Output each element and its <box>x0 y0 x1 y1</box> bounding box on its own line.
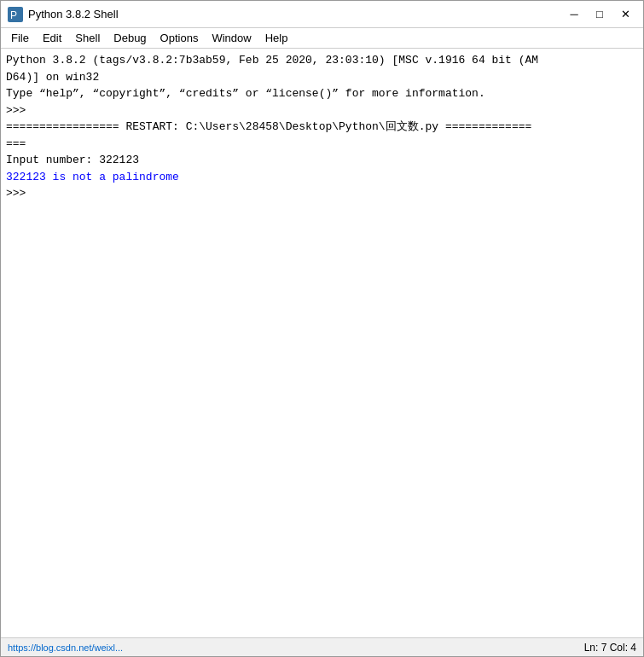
menu-options[interactable]: Options <box>154 30 206 46</box>
menu-help[interactable]: Help <box>258 30 295 46</box>
python-shell-window: P Python 3.8.2 Shell ─ □ ✕ File Edit She… <box>0 0 644 657</box>
status-link: https://blog.csdn.net/weixl... <box>8 642 123 653</box>
menu-debug[interactable]: Debug <box>107 30 153 46</box>
shell-line-2: D64)] on win32 <box>6 69 638 86</box>
window-title: Python 3.8.2 Shell <box>28 8 563 20</box>
svg-text:P: P <box>10 9 17 21</box>
menu-file[interactable]: File <box>4 30 36 46</box>
python-icon: P <box>8 7 23 22</box>
status-bar: https://blog.csdn.net/weixl... Ln: 7 Col… <box>1 637 643 656</box>
maximize-button[interactable]: □ <box>589 5 611 24</box>
menu-shell[interactable]: Shell <box>68 30 107 46</box>
menu-edit[interactable]: Edit <box>36 30 68 46</box>
title-bar: P Python 3.8.2 Shell ─ □ ✕ <box>1 1 643 28</box>
shell-result-line: 322123 is not a palindrome <box>6 169 638 186</box>
shell-output[interactable]: Python 3.8.2 (tags/v3.8.2:7b3ab59, Feb 2… <box>1 49 643 637</box>
shell-input-line: Input number: 322123 <box>6 152 638 169</box>
menu-bar: File Edit Shell Debug Options Window Hel… <box>1 28 643 49</box>
minimize-button[interactable]: ─ <box>563 5 585 24</box>
cursor-position: Ln: 7 Col: 4 <box>584 642 636 654</box>
shell-line-3: Type “help”, “copyright”, “credits” or “… <box>6 85 638 102</box>
menu-window[interactable]: Window <box>205 30 258 46</box>
window-controls: ─ □ ✕ <box>563 5 636 24</box>
close-button[interactable]: ✕ <box>614 5 636 24</box>
shell-separator-2: === <box>6 136 638 153</box>
shell-prompt-1: >>> <box>6 102 638 119</box>
shell-separator: ================= RESTART: C:\Users\2845… <box>6 119 638 136</box>
shell-prompt-2: >>> <box>6 185 638 202</box>
shell-line-1: Python 3.8.2 (tags/v3.8.2:7b3ab59, Feb 2… <box>6 52 638 69</box>
